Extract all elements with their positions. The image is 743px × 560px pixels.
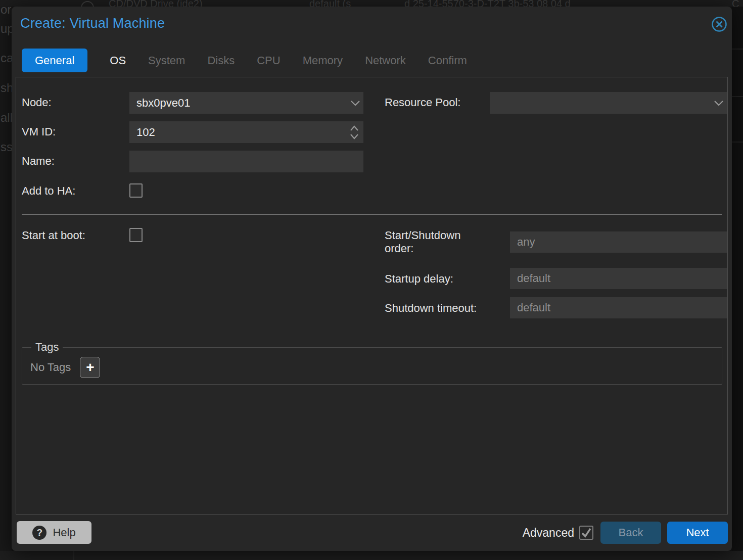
background-text-fragment: ss <box>1 140 12 154</box>
background-text-fragment: or <box>1 7 11 17</box>
create-vm-dialog: Create: Virtual Machine General OS Syste… <box>12 7 732 551</box>
name-label: Name: <box>22 155 55 168</box>
node-select[interactable] <box>129 92 363 114</box>
shutdown-timeout-label: Shutdown timeout: <box>385 302 477 315</box>
startup-delay-input[interactable] <box>510 268 727 289</box>
background-top-strip: CD/DVD Drive (ide2) default (s d 25-14-5… <box>0 0 743 7</box>
add-to-ha-checkbox[interactable] <box>129 183 143 198</box>
general-form-panel: Node: Resource Pool: VM ID: Name: Add to… <box>16 77 728 515</box>
background-text-fragment: up <box>1 22 12 36</box>
background-right-strip <box>732 7 743 551</box>
advanced-checkbox[interactable] <box>579 526 593 540</box>
tab-system: System <box>148 54 185 67</box>
vm-id-label: VM ID: <box>22 125 56 138</box>
tab-cpu: CPU <box>257 54 280 67</box>
background-text-fragment: all <box>1 111 12 125</box>
background-text-fragment: ca <box>1 51 12 65</box>
plus-icon: + <box>86 360 94 375</box>
tab-os[interactable]: OS <box>110 54 126 67</box>
checkmark-icon <box>579 526 593 540</box>
name-input[interactable] <box>129 151 363 172</box>
vm-id-input[interactable] <box>129 121 363 143</box>
start-shutdown-order-label: Start/Shutdown order: <box>385 229 491 255</box>
start-at-boot-checkbox[interactable] <box>129 228 143 242</box>
question-mark-icon: ? <box>32 526 47 540</box>
add-to-ha-label: Add to HA: <box>22 184 75 198</box>
background-text-fragment: default (s <box>309 0 351 7</box>
node-label: Node: <box>22 96 52 109</box>
add-tag-button[interactable]: + <box>80 357 100 378</box>
help-button-label: Help <box>53 526 75 539</box>
footer-actions: Advanced Back Next <box>523 522 728 544</box>
background-text-fragment: C <box>732 0 739 7</box>
section-divider <box>22 214 722 215</box>
background-text-fragment: d 25-14-5570-3-D-T2T 3b-53 08 04 d <box>404 0 571 7</box>
startup-delay-label: Startup delay: <box>385 272 453 286</box>
help-button[interactable]: ? Help <box>17 521 91 544</box>
close-icon[interactable] <box>711 16 727 32</box>
tags-fieldset: Tags No Tags + <box>22 341 722 385</box>
tab-network: Network <box>365 54 406 67</box>
tab-memory: Memory <box>303 54 343 67</box>
tab-general[interactable]: General <box>22 49 87 72</box>
background-radio-icon <box>81 1 94 7</box>
resource-pool-label: Resource Pool: <box>385 96 460 109</box>
background-text-fragment: sh <box>1 81 12 95</box>
resource-pool-select[interactable] <box>490 92 727 114</box>
tab-disks: Disks <box>207 54 235 67</box>
background-bottom-strip <box>0 551 743 560</box>
shutdown-timeout-input[interactable] <box>510 297 727 318</box>
no-tags-text: No Tags <box>30 361 71 374</box>
dialog-title: Create: Virtual Machine <box>20 16 165 31</box>
tags-legend: Tags <box>31 341 63 354</box>
start-shutdown-order-input[interactable] <box>510 231 727 253</box>
background-left-strip: or up ca sh all ss <box>0 7 12 551</box>
back-button[interactable]: Back <box>600 522 661 544</box>
next-button[interactable]: Next <box>667 522 728 544</box>
start-at-boot-label: Start at boot: <box>22 229 85 242</box>
tab-confirm: Confirm <box>428 54 467 67</box>
advanced-label: Advanced <box>523 526 574 540</box>
wizard-tabs: General OS System Disks CPU Memory Netwo… <box>22 49 467 72</box>
background-text-fragment: CD/DVD Drive (ide2) <box>109 0 203 7</box>
